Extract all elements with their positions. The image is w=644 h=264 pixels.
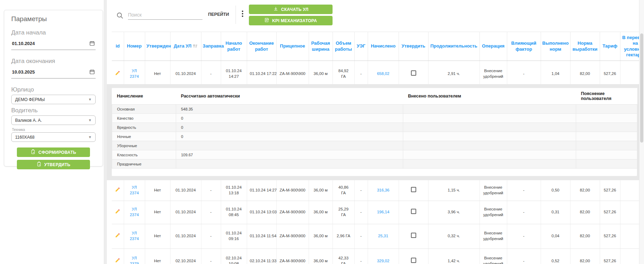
- accrual-row: Основная548.35: [112, 105, 637, 114]
- column-header-norm-rate[interactable]: Норма выработки: [570, 32, 600, 61]
- ul-number-link[interactable]: УЛ 2374: [130, 231, 139, 241]
- user-comment-cell[interactable]: [576, 159, 637, 169]
- vertical-scrollbar[interactable]: [639, 0, 644, 264]
- accrual-name: Уборочные: [112, 141, 176, 150]
- column-header-norms-done[interactable]: Выполнено норм: [541, 32, 570, 61]
- column-header-volume[interactable]: Объем работы: [333, 32, 354, 61]
- approve-checkbox[interactable]: [411, 187, 416, 192]
- user-comment-cell[interactable]: [576, 150, 637, 159]
- column-header-approve[interactable]: Утвердить: [399, 32, 428, 61]
- approve-button[interactable]: УТВЕРДИТЬ: [17, 160, 90, 169]
- column-header-ueg[interactable]: УЭГ: [354, 32, 368, 61]
- trailer-cell: ZA-M-900\900: [276, 249, 309, 264]
- column-header-duration[interactable]: Продолжительность: [428, 32, 479, 61]
- clipboard-icon: [37, 162, 41, 168]
- fuel-cell: -: [201, 201, 221, 224]
- end-cell: 01.10.24 14:27: [247, 180, 276, 201]
- accrued-value[interactable]: 316,36: [377, 188, 389, 192]
- user-comment-cell[interactable]: [576, 105, 637, 114]
- start-date-label: Дата начала: [11, 29, 96, 36]
- user-value-cell[interactable]: [403, 150, 576, 159]
- approve-button-label: УТВЕРДИТЬ: [44, 162, 71, 167]
- factor-cell: -: [507, 61, 541, 87]
- start-cell: 01.10.24 09:16: [221, 224, 247, 249]
- user-comment-cell[interactable]: [576, 141, 637, 150]
- accrual-row: Ночные0: [112, 132, 637, 141]
- more-options-icon[interactable]: [240, 11, 245, 17]
- user-value-cell[interactable]: [403, 159, 576, 169]
- accrued-value[interactable]: 25,31: [378, 234, 388, 238]
- column-header-id[interactable]: id: [112, 32, 124, 61]
- user-value-cell[interactable]: [403, 123, 576, 132]
- column-header-tariff[interactable]: Тариф: [600, 32, 620, 61]
- driver-select[interactable]: Валиков А. А. ▼: [11, 115, 96, 125]
- accrued-value[interactable]: 658,02: [377, 71, 389, 76]
- approved-cell: Нет: [145, 201, 170, 224]
- legal-entity-select[interactable]: ДЕМО ФЕРМЫ ▼: [11, 95, 96, 104]
- user-comment-cell[interactable]: [576, 132, 637, 141]
- approve-checkbox[interactable]: [411, 258, 416, 263]
- user-value-cell[interactable]: [403, 141, 576, 150]
- edit-icon[interactable]: [115, 233, 120, 238]
- search-input[interactable]: [128, 10, 202, 20]
- column-header-operation[interactable]: Операция: [479, 32, 507, 61]
- column-header-accrued[interactable]: Начислено: [368, 32, 399, 61]
- approve-checkbox[interactable]: [411, 70, 416, 76]
- accrued-value[interactable]: 196,14: [377, 210, 389, 214]
- go-button[interactable]: ПЕРЕЙТИ: [208, 12, 229, 17]
- column-header-conv-hectares[interactable]: В переводе на условные гектары: [620, 32, 639, 61]
- start-cell: 01.10.24 13:18: [221, 180, 247, 201]
- ul-number-link[interactable]: УЛ 2374: [130, 69, 139, 78]
- column-header-approved[interactable]: Утвержден: [145, 32, 170, 61]
- duration-cell: 1,15 ч.: [428, 180, 479, 201]
- edit-icon[interactable]: [115, 258, 120, 263]
- user-value-cell[interactable]: [403, 114, 576, 123]
- user-comment-cell[interactable]: [576, 114, 637, 123]
- column-header-start[interactable]: Начало работ: [221, 32, 247, 61]
- factor-cell: -: [507, 224, 541, 249]
- table-row: УЛ 2374 Нет 01.10.2024 - 01.10.24 13:18 …: [112, 180, 639, 201]
- generate-button[interactable]: СФОРМИРОВАТЬ: [17, 147, 90, 157]
- approve-checkbox[interactable]: [411, 209, 416, 214]
- column-header-fuel[interactable]: Заправка: [201, 32, 221, 61]
- work-orders-table-rows: УЛ 2374 Нет 01.10.2024 - 01.10.24 13:18 …: [112, 180, 639, 264]
- accruals-table: Начисление Рассчитано автоматически Внес…: [112, 88, 637, 169]
- column-header-trailer[interactable]: Прицепное: [276, 32, 309, 61]
- accrued-value[interactable]: 329,02: [377, 259, 389, 263]
- start-date-field[interactable]: 01.10.2024: [11, 40, 96, 50]
- column-header-date[interactable]: Дата УЛ: [170, 32, 201, 61]
- calendar-icon[interactable]: [89, 40, 95, 46]
- edit-icon[interactable]: [115, 187, 120, 192]
- accrual-name: Вредность: [112, 123, 176, 132]
- trailer-cell: ZA-M-900\900: [276, 224, 309, 249]
- ul-number-link[interactable]: УЛ 2374: [130, 185, 139, 195]
- user-value-cell[interactable]: [403, 132, 576, 141]
- accrual-name: Классность: [112, 150, 176, 159]
- date-cell: 02.10.2024: [170, 249, 201, 264]
- approved-cell: Нет: [145, 61, 170, 87]
- column-header-number[interactable]: Номер: [124, 32, 145, 61]
- fuel-cell: -: [201, 180, 221, 201]
- edit-icon[interactable]: [115, 209, 120, 214]
- kpi-button[interactable]: KPI МЕХАНИЗАТОРА: [249, 16, 333, 25]
- end-date-field[interactable]: 10.03.2025: [11, 68, 96, 78]
- user-value-cell[interactable]: [403, 105, 576, 114]
- width-cell: 36,00 м: [309, 61, 333, 87]
- user-comment-cell[interactable]: [576, 123, 637, 132]
- accrual-name: Основная: [112, 105, 176, 114]
- edit-icon[interactable]: [115, 70, 120, 76]
- sort-ascending-icon: [193, 44, 198, 48]
- ul-number-link[interactable]: УЛ 2374: [130, 207, 139, 217]
- width-cell: 36,00 м: [309, 180, 333, 201]
- approve-checkbox[interactable]: [411, 233, 416, 238]
- scrollbar-thumb[interactable]: [640, 33, 643, 143]
- calendar-icon[interactable]: [89, 69, 95, 75]
- toolbar: ПЕРЕЙТИ СКАЧАТЬ УЛ KPI МЕХАНИЗАТОРА: [107, 0, 639, 33]
- column-header-width[interactable]: Рабочая ширина: [309, 32, 333, 61]
- download-ul-button[interactable]: СКАЧАТЬ УЛ: [249, 5, 333, 14]
- column-header-factor[interactable]: Влияющий фактор: [507, 32, 541, 61]
- report-icon: [264, 18, 269, 24]
- column-header-end[interactable]: Окончание работ: [247, 32, 276, 61]
- machine-select[interactable]: 1160ХА68 ▼: [11, 132, 96, 142]
- ul-number-link[interactable]: УЛ 2379: [130, 256, 139, 264]
